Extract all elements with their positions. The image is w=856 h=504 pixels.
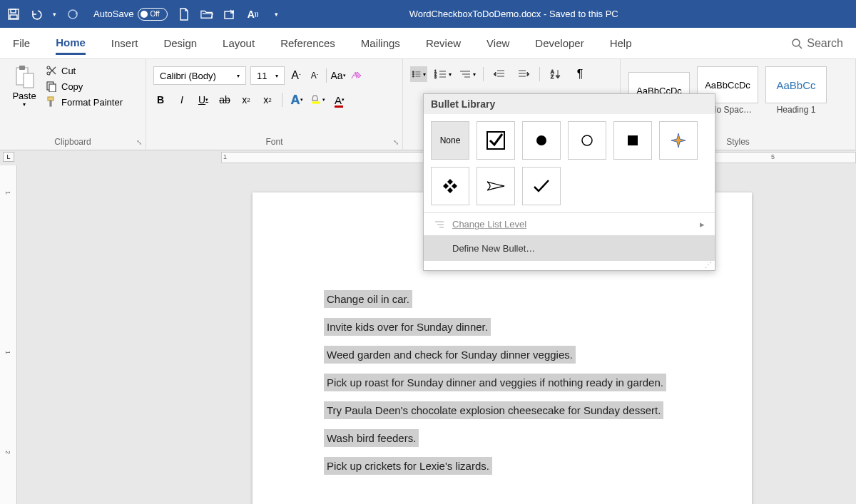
svg-point-20 — [412, 71, 414, 73]
style-preview: AaBbCc — [765, 66, 827, 103]
redo-icon[interactable] — [66, 8, 79, 21]
change-case-button[interactable]: Aa▾ — [331, 68, 345, 83]
grow-font-button[interactable]: Aˆ — [289, 68, 303, 83]
tab-developer[interactable]: Developer — [535, 33, 584, 53]
search-box[interactable]: Search — [791, 37, 843, 50]
doc-line[interactable]: Weed garden and check for Sunday dinner … — [324, 346, 576, 364]
svg-rect-8 — [19, 66, 25, 70]
format-painter-icon — [46, 96, 57, 108]
svg-text:Z: Z — [551, 74, 554, 79]
vertical-ruler[interactable]: 1 1 2 — [0, 165, 17, 504]
clipboard-group: Paste ▾ Cut Copy Format Painter Clipboar… — [0, 59, 146, 150]
increase-indent-button[interactable] — [515, 66, 532, 82]
change-list-level-label: Change List Level — [452, 219, 526, 230]
ruler-mark: 1 — [223, 153, 227, 160]
define-new-bullet-item[interactable]: Define New Bullet… — [424, 235, 715, 261]
svg-point-45 — [536, 135, 546, 145]
font-name-select[interactable]: Calibri (Body) ▾ — [153, 66, 246, 85]
tab-layout[interactable]: Layout — [223, 33, 255, 53]
copy-icon — [46, 81, 57, 92]
bold-button[interactable]: B — [153, 92, 168, 108]
paste-dropdown-icon[interactable]: ▾ — [23, 101, 26, 108]
font-group: Calibri (Body) ▾ 11 ▾ Aˆ Aˇ Aa▾ A B I U … — [146, 59, 403, 150]
bullet-arrow[interactable] — [477, 167, 515, 205]
strikethrough-button[interactable]: ab — [218, 92, 232, 108]
bullet-checkmark[interactable] — [522, 167, 561, 205]
quick-access-toolbar: ▾ AutoSave Off A)) ▾ — [7, 8, 278, 21]
tab-references[interactable]: References — [280, 33, 335, 53]
copy-label: Copy — [61, 81, 83, 92]
underline-button[interactable]: U ▾ — [196, 92, 210, 108]
svg-rect-19 — [312, 101, 320, 103]
doc-line[interactable]: Change oil in car. — [324, 290, 412, 308]
resize-grip[interactable]: ⋰ — [424, 261, 715, 270]
save-icon[interactable] — [7, 8, 20, 21]
autosave-toggle[interactable]: AutoSave Off — [93, 8, 168, 21]
svg-rect-1 — [11, 9, 16, 13]
tab-file[interactable]: File — [13, 33, 30, 53]
bullet-none[interactable]: None — [431, 121, 469, 160]
new-doc-icon[interactable] — [178, 8, 190, 21]
autosave-label: AutoSave — [93, 9, 133, 19]
submenu-arrow-icon: ▸ — [700, 219, 705, 230]
doc-line[interactable]: Try Paula Deen's chocolate explosion che… — [324, 401, 663, 419]
highlight-button[interactable]: ▾ — [311, 92, 325, 108]
tab-mailings[interactable]: Mailings — [361, 33, 400, 53]
clipboard-dialog-launcher[interactable]: ⤡ — [134, 137, 144, 147]
tab-insert[interactable]: Insert — [111, 33, 138, 53]
shrink-font-button[interactable]: Aˇ — [307, 68, 322, 83]
svg-rect-17 — [50, 101, 51, 106]
tab-help[interactable]: Help — [610, 33, 632, 53]
bullet-disc[interactable] — [522, 121, 561, 160]
doc-line[interactable]: Wash bird feeders. — [324, 429, 419, 447]
clear-formatting-button[interactable]: A — [350, 68, 364, 83]
tab-home[interactable]: Home — [56, 32, 86, 55]
cut-button[interactable]: Cut — [46, 65, 123, 76]
font-dialog-launcher[interactable]: ⤡ — [391, 137, 401, 147]
svg-rect-9 — [24, 73, 34, 88]
paste-button[interactable]: Paste ▾ — [7, 62, 41, 108]
doc-line[interactable]: Pick up roast for Sunday dinner and vegg… — [324, 374, 666, 391]
svg-rect-16 — [48, 97, 54, 101]
copy-button[interactable]: Copy — [46, 81, 123, 92]
doc-line[interactable]: Pick up crickets for Lexie's lizards. — [324, 457, 492, 475]
italic-button[interactable]: I — [175, 92, 189, 108]
show-paragraph-marks-button[interactable]: ¶ — [571, 66, 588, 82]
svg-point-11 — [47, 66, 50, 69]
tab-view[interactable]: View — [486, 33, 509, 53]
font-size-select[interactable]: 11 ▾ — [250, 66, 285, 85]
tab-design[interactable]: Design — [163, 33, 197, 53]
read-aloud-icon[interactable]: A)) — [246, 8, 259, 21]
tab-selector[interactable]: L — [3, 152, 14, 162]
multilevel-list-button[interactable]: ▾ — [459, 66, 476, 82]
bullet-checkbox[interactable] — [477, 121, 515, 160]
bullet-4diamond[interactable] — [431, 167, 469, 205]
svg-text:3: 3 — [434, 75, 437, 79]
superscript-button[interactable]: x2 — [260, 92, 275, 108]
paste-icon — [14, 65, 35, 89]
numbering-button[interactable]: 123▾ — [434, 66, 452, 82]
bullet-4star[interactable] — [659, 121, 698, 160]
bullets-button[interactable]: ▾ — [410, 66, 427, 82]
sort-button[interactable]: AZ — [547, 66, 564, 82]
style-heading1[interactable]: AaBbCc Heading 1 — [765, 66, 827, 115]
bullet-circle[interactable] — [568, 121, 606, 160]
undo-icon[interactable] — [30, 8, 43, 21]
subscript-button[interactable]: x2 — [239, 92, 253, 108]
text-effects-button[interactable]: A ▾ — [290, 92, 304, 108]
share-icon[interactable] — [223, 8, 236, 21]
svg-text:A: A — [551, 69, 554, 74]
doc-line[interactable]: Invite kids over for Sunday dinner. — [324, 318, 491, 336]
format-painter-button[interactable]: Format Painter — [46, 96, 123, 108]
font-color-button[interactable]: A ▾ — [332, 92, 347, 108]
tab-review[interactable]: Review — [426, 33, 461, 53]
bullet-square[interactable] — [613, 121, 652, 160]
autosave-switch[interactable]: Off — [138, 8, 168, 21]
undo-dropdown-icon[interactable]: ▾ — [53, 11, 56, 18]
decrease-indent-button[interactable] — [491, 66, 508, 82]
define-new-bullet-label: Define New Bullet… — [452, 243, 535, 254]
open-folder-icon[interactable] — [200, 8, 213, 21]
title-bar: ▾ AutoSave Off A)) ▾ WordCheckboxToDoDem… — [0, 0, 856, 28]
svg-point-5 — [793, 39, 800, 46]
scissors-icon — [46, 65, 57, 76]
